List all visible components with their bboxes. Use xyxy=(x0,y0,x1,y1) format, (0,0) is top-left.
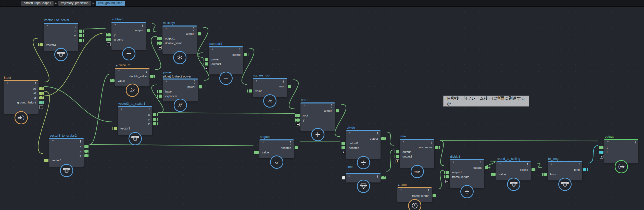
port-float-out[interactable] xyxy=(381,176,385,179)
wire-vector3_to_scalar1-y-to-power-base[interactable] xyxy=(152,85,163,113)
port-negate-value[interactable] xyxy=(255,151,259,154)
port-negate-negated[interactable] xyxy=(295,146,298,149)
node-output[interactable]: output▼tf+ xyxy=(604,139,638,163)
port-twice_of-double_value[interactable] xyxy=(150,75,154,78)
port-round_to_ceiling-ceiling[interactable] xyxy=(532,168,535,171)
power-icon[interactable]: Xy xyxy=(174,99,187,112)
collapse-icon[interactable]: ▼ xyxy=(349,132,351,134)
max-icon[interactable]: max xyxy=(411,165,424,178)
port-divide1-output1[interactable] xyxy=(446,171,449,174)
breadcrumb-item-current[interactable]: calc_ground_time xyxy=(96,1,125,6)
port-input-v0[interactable] xyxy=(39,92,43,95)
collapse-icon[interactable]: ▼ xyxy=(499,163,501,165)
output-icon[interactable] xyxy=(615,160,628,173)
node-menu-icon[interactable] xyxy=(239,48,240,52)
wire-square_root-root-to-add1-root[interactable] xyxy=(289,80,298,109)
node-subtract1[interactable]: subtract1▼outputpoweroutput1+ xyxy=(209,46,243,74)
node-menu-icon[interactable] xyxy=(146,69,147,73)
add-port-button[interactable]: + xyxy=(296,123,300,126)
collapse-icon[interactable]: ▼ xyxy=(165,27,167,30)
port-divide1-output[interactable] xyxy=(485,166,488,169)
port-vector3_to_scalar1-y[interactable] xyxy=(153,118,156,121)
port-subtract-ground[interactable] xyxy=(107,38,111,41)
node-menu-icon[interactable] xyxy=(290,141,291,145)
divide-icon[interactable] xyxy=(460,185,474,198)
collapse-icon[interactable]: ▼ xyxy=(118,70,120,72)
wire-vector3_to_scalar2-y-to-twice_of-value[interactable] xyxy=(90,74,109,145)
port-add1-output[interactable] xyxy=(336,109,339,112)
port-square_root-value[interactable] xyxy=(249,89,252,93)
collapse-icon[interactable]: ▼ xyxy=(452,161,454,163)
wire-round_to_ceiling-ceiling-to-to_long-from[interactable] xyxy=(537,163,541,168)
port-subtract1-output[interactable] xyxy=(244,53,247,56)
goggles-icon[interactable] xyxy=(60,164,73,177)
port-divide-output[interactable] xyxy=(381,137,385,140)
port-input-p0[interactable] xyxy=(39,87,43,90)
node-input[interactable]: input▼p0v0gground_height+ xyxy=(4,80,39,114)
port-power-power[interactable] xyxy=(199,85,202,88)
node-menu-icon[interactable] xyxy=(377,174,378,179)
port-divide-output1[interactable] xyxy=(342,142,345,145)
node-time[interactable]: ◆time▼frame_length xyxy=(397,187,432,202)
node-menu-icon[interactable] xyxy=(579,163,579,167)
port-output-f[interactable] xyxy=(600,151,603,154)
collapse-icon[interactable]: ▼ xyxy=(211,48,214,50)
port-vector3_to_scalar1-x[interactable] xyxy=(153,113,156,116)
node-menu-icon[interactable] xyxy=(481,161,481,165)
node-menu-icon[interactable] xyxy=(75,24,75,28)
asterisk-icon[interactable] xyxy=(173,51,186,64)
node-max[interactable]: max▼maximumoutputoutput1+max xyxy=(400,139,434,168)
wire-power-power-to-subtract1-power[interactable] xyxy=(198,53,209,80)
node-menu-icon[interactable] xyxy=(331,104,332,108)
node-menu-icon[interactable] xyxy=(377,132,378,136)
node-menu-icon[interactable] xyxy=(149,108,149,112)
node-negate[interactable]: negate▼negatedvalue-x xyxy=(259,139,294,158)
port-to_long-long[interactable] xyxy=(583,168,586,171)
port-subtract-output[interactable] xyxy=(147,29,150,32)
node-divide1[interactable]: divide1▼outputoutput1frame_length+ xyxy=(450,159,484,188)
collapse-icon[interactable]: ▼ xyxy=(52,140,54,142)
collapse-icon[interactable]: ▼ xyxy=(303,104,305,107)
port-divide-negated[interactable] xyxy=(342,146,345,149)
node-menu-icon[interactable] xyxy=(35,82,36,86)
wire-to_long-long-to-output-f[interactable] xyxy=(588,146,598,163)
node-vector3_to_scalar[interactable]: vector3_to_scalar▼xyzvector3 xyxy=(44,23,78,51)
node-to_long[interactable]: to_long▼longfrom xyxy=(548,161,582,180)
port-square_root-root[interactable] xyxy=(288,85,291,88)
port-subtract1-output1[interactable] xyxy=(205,62,208,65)
diamond-icon[interactable] xyxy=(357,180,370,193)
port-multiply1-double_value[interactable] xyxy=(158,42,162,45)
port-time-frame_length[interactable] xyxy=(433,194,436,197)
collapse-icon[interactable]: ▼ xyxy=(46,24,48,27)
port-twice_of-value[interactable] xyxy=(111,79,115,82)
negate-icon[interactable]: -x xyxy=(270,155,283,169)
collapse-icon[interactable]: ▼ xyxy=(550,163,552,165)
add-port-button[interactable]: + xyxy=(107,42,111,46)
port-max-maximum[interactable] xyxy=(435,146,438,149)
port-vector3_to_scalar1-z[interactable] xyxy=(153,122,156,125)
wire-subtract-output-to-multiply1-output1[interactable] xyxy=(152,24,156,32)
port-add1-y[interactable] xyxy=(296,119,300,122)
expand-icon[interactable]: ▶ xyxy=(349,175,350,177)
port-multiply1-output1[interactable] xyxy=(158,37,162,40)
port-round_to_ceiling-value[interactable] xyxy=(492,173,496,176)
port-vector3_to_scalar2-y[interactable] xyxy=(84,150,88,153)
port-power-exponent[interactable] xyxy=(159,95,162,98)
node-menu-icon[interactable] xyxy=(193,27,194,31)
clock-icon[interactable] xyxy=(408,199,421,210)
port-max-output[interactable] xyxy=(396,150,399,153)
port-vector3_to_scalar-z[interactable] xyxy=(79,39,82,42)
port-float-in[interactable] xyxy=(342,176,345,179)
node-square_root[interactable]: square_root▼rootvalue√x xyxy=(253,78,287,97)
port-to_long-from[interactable] xyxy=(544,173,547,176)
collapse-icon[interactable]: ▼ xyxy=(402,141,405,143)
wire-divide-output-to-max-output[interactable] xyxy=(387,132,394,145)
port-subtract1-power[interactable] xyxy=(205,58,208,61)
goggles-icon[interactable] xyxy=(54,48,68,61)
node-multiply1[interactable]: multiply1▼outputoutput1double_value+ xyxy=(162,25,197,54)
node-round_to_ceiling[interactable]: round_to_ceiling▼ceilingvalue xyxy=(496,161,531,180)
port-vector3_to_scalar2-x[interactable] xyxy=(84,145,88,148)
collapse-icon[interactable]: ▼ xyxy=(400,189,402,191)
collapse-icon[interactable]: ▼ xyxy=(607,141,609,143)
node-add1[interactable]: add1▼outputrooty+ xyxy=(300,102,335,131)
